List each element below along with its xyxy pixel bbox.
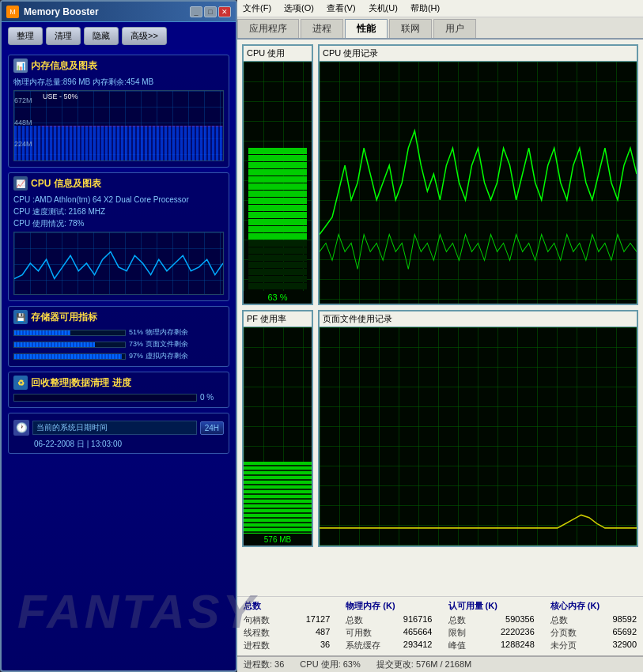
storage-bar-2 [13,353,126,360]
tab-processes[interactable]: 进程 [301,19,343,38]
memory-section: 📊 内存信息及图表 物理内存总量:896 MB 内存剩余:454 MB USE … [8,55,229,168]
stats-commit: 认可用量 (K) 总数 590356 限制 2220236 峰值 1288248 [448,600,535,652]
cpu-wave-svg [14,232,223,294]
24h-button[interactable]: 24H [200,421,224,435]
pf-usage-box: PF 使用率 576 MB [242,310,313,547]
pf-history-title: 页面文件使用记录 [320,311,637,327]
status-commit: 提交更改: 576M / 2168M [376,659,471,670]
stats-kernel-title: 核心内存 (K) [550,600,637,612]
app-icon: M [6,6,19,18]
menu-view[interactable]: 查看(V) [324,2,358,15]
pf-history-chart [320,327,637,546]
stats-kernel-paged-row: 分页数 65692 [550,627,637,639]
tab-applications[interactable]: 应用程序 [237,19,299,38]
stats-threads-row: 线程数 487 [244,627,330,639]
progress-row: 0 % [13,393,224,402]
cpu-bar-segments [244,146,312,291]
organize-button[interactable]: 整理 [8,27,43,45]
tab-bar: 应用程序 进程 性能 联网 用户 [237,17,643,40]
memory-fill [14,126,223,160]
recycle-icon: ♻ [13,376,28,390]
memory-chart: USE - 50% 672M 448M 224M [13,90,224,161]
pf-history-wave [320,327,637,546]
pf-mb-label: 576 MB [244,534,312,546]
cpu-usage-title: CPU 使用 [244,46,312,62]
status-cpu: CPU 使用: 63% [300,659,360,670]
cpu-history-box: CPU 使用记录 [318,44,638,305]
storage-bar-1 [13,342,126,348]
tab-network[interactable]: 联网 [389,19,432,38]
cpu-icon: 📈 [13,176,28,191]
storage-fill-1 [14,342,95,347]
cpu-usage-box: CPU 使用 63 % [242,44,313,305]
cpu-title: 📈 CPU 信息及图表 [13,176,224,191]
stats-phys-avail-row: 可用数 465664 [346,627,432,639]
progress-bar [13,394,197,402]
hide-button[interactable]: 隐藏 [84,27,119,45]
stats-physical: 物理内存 (K) 总数 916716 可用数 465664 系统缓存 29341… [346,600,432,652]
advanced-button[interactable]: 高级>> [122,27,167,45]
stats-kernel-total-row: 总数 98592 [550,614,637,626]
tab-performance[interactable]: 性能 [345,19,388,38]
stats-physical-title: 物理内存 (K) [346,600,432,612]
left-panel: M Memory Booster _ □ ✕ 整理 清理 隐藏 高级>> 📊 内… [0,0,237,672]
stats-handles-row: 句柄数 17127 [244,614,330,626]
recycle-section: ♻ 回收整理|数据清理 进度 0 % [8,372,229,408]
menu-help[interactable]: 帮助(H) [408,2,442,15]
title-bar: M Memory Booster _ □ ✕ [2,2,236,22]
clean-button[interactable]: 清理 [46,27,81,45]
memory-title: 📊 内存信息及图表 [13,59,224,73]
pf-bar-fill [244,462,312,534]
stats-phys-cache-row: 系统缓存 293412 [346,640,432,651]
cpu-section: 📈 CPU 信息及图表 CPU :AMD Athlon(tm) 64 X2 Du… [8,172,229,301]
stats-commit-limit-row: 限制 2220236 [448,627,535,639]
stats-commit-title: 认可用量 (K) [448,600,535,612]
right-panel: 文件(F) 选项(O) 查看(V) 关机(U) 帮助(H) 应用程序 进程 性能… [237,0,643,672]
perf-top-row: CPU 使用 63 % CPU 使用记录 [242,44,638,305]
stats-commit-total-row: 总数 590356 [448,614,535,626]
mem-label-672: 672M [14,96,32,104]
datetime-label: 当前的系统日期时间 [32,421,197,435]
menu-bar: 文件(F) 选项(O) 查看(V) 关机(U) 帮助(H) [237,0,643,17]
cpu-history-chart [320,62,637,304]
storage-icon: 💾 [13,310,28,324]
storage-fill-0 [14,330,70,335]
storage-bar-0 [13,330,126,336]
stats-phys-total-row: 总数 916716 [346,614,432,626]
menu-file[interactable]: 文件(F) [240,2,274,15]
cpu-chart [13,232,224,295]
storage-items: 51% 物理内存剩余 73% 页面文件剩余 97% 虚拟内存剩余 [13,327,224,361]
cpu-percent-label: 63 % [244,291,312,304]
status-processes: 进程数: 36 [244,659,284,670]
use-label: USE - 50% [43,92,78,100]
storage-item-1: 73% 页面文件剩余 [13,339,224,349]
stats-processes-row: 进程数 36 [244,640,330,651]
datetime-value: 06-22-2008 日 | 13:03:00 [13,439,224,450]
restore-button[interactable]: □ [204,6,217,17]
pf-usage-title: PF 使用率 [244,311,312,327]
mem-label-448: 448M [14,119,32,126]
menu-shutdown[interactable]: 关机(U) [366,2,400,15]
perf-bottom-row: PF 使用率 576 MB 页面文件使用记录 [242,310,638,547]
fantasy-text: FANTASY [17,584,258,639]
tab-users[interactable]: 用户 [433,19,476,38]
storage-section: 💾 存储器可用指标 51% 物理内存剩余 73% 页面文件剩余 97% 虚 [8,306,229,367]
storage-fill-2 [14,354,122,359]
cpu-bar-fill-area [245,148,310,289]
toolbar: 整理 清理 隐藏 高级>> [2,22,236,50]
minimize-button[interactable]: _ [190,6,202,17]
cpu-usage-chart [244,62,312,291]
menu-options[interactable]: 选项(O) [282,2,316,15]
status-bar: 进程数: 36 CPU 使用: 63% 提交更改: 576M / 2168M [237,655,643,672]
pf-usage-chart [244,327,312,534]
performance-content: CPU 使用 63 % CPU 使用记录 [237,40,643,596]
cpu-history-wave [320,62,637,304]
stats-section: 总数 句柄数 17127 线程数 487 进程数 36 物理内存 (K) 总数 … [237,596,643,655]
cpu-info: CPU :AMD Athlon(tm) 64 X2 Dual Core Proc… [13,194,224,229]
mem-label-224: 224M [14,140,32,148]
pf-history-box: 页面文件使用记录 [318,310,638,547]
storage-title: 💾 存储器可用指标 [13,310,224,324]
recycle-title: ♻ 回收整理|数据清理 进度 [13,376,224,390]
close-button[interactable]: ✕ [218,6,231,17]
datetime-row: 🕐 当前的系统日期时间 24H [13,420,224,436]
